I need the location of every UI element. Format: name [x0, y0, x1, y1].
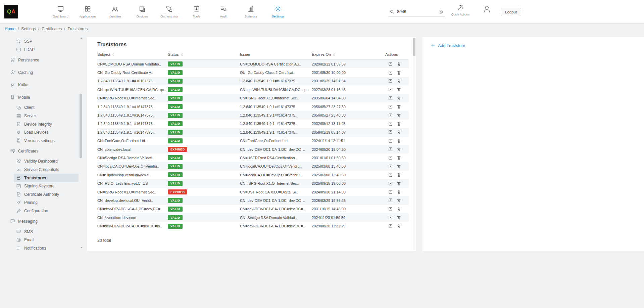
nav-item-statistics[interactable]: Statistics: [237, 0, 264, 24]
sidebar-item-versions-settings[interactable]: Versions settings: [14, 137, 79, 145]
quick-actions-button[interactable]: Quick Actions: [450, 4, 471, 16]
column-header-expires-on[interactable]: Expires On: [312, 52, 385, 56]
sidebar-item-kafka[interactable]: Kafka: [0, 79, 84, 91]
nav-item-tools[interactable]: Tools: [183, 0, 210, 24]
expires-cell: 2056/05/27 23:48:33: [312, 113, 385, 117]
view-truststore-button[interactable]: [388, 164, 393, 169]
sidebar-item-label: Load Devices: [24, 130, 49, 135]
clear-search-icon[interactable]: [438, 9, 443, 14]
add-truststore-button[interactable]: Add Truststore: [431, 43, 465, 48]
nav-item-settings[interactable]: Settings: [264, 0, 292, 24]
view-truststore-button[interactable]: [388, 104, 393, 109]
sidebar-item-pinning[interactable]: Pinning: [14, 199, 79, 207]
user-icon[interactable]: [483, 5, 491, 13]
delete-truststore-button[interactable]: [396, 61, 401, 67]
view-truststore-button[interactable]: [388, 215, 393, 220]
sidebar-item-certificate-authority[interactable]: Certificate Authority: [14, 190, 79, 199]
sidebar-item-load-devices[interactable]: Load Devices: [14, 128, 79, 137]
table-scrollbar-thumb[interactable]: [413, 38, 415, 56]
delete-truststore-button[interactable]: [396, 207, 401, 212]
delete-truststore-button[interactable]: [396, 172, 401, 177]
nav-item-dashboard[interactable]: Dashboard: [47, 0, 74, 24]
nav-item-devices[interactable]: Devices: [129, 0, 156, 24]
sidebar-item-messaging[interactable]: Messaging: [0, 215, 84, 227]
device-integrity-icon: [16, 122, 21, 127]
delete-truststore-button[interactable]: [396, 224, 401, 229]
view-truststore-button[interactable]: [388, 224, 393, 229]
search-input[interactable]: [397, 9, 436, 14]
sidebar-scrollbar[interactable]: [80, 94, 82, 158]
nav-item-identities[interactable]: Identities: [101, 0, 129, 24]
delete-truststore-button[interactable]: [396, 96, 401, 101]
delete-truststore-button[interactable]: [396, 155, 401, 160]
delete-truststore-button[interactable]: [396, 87, 401, 92]
sidebar-item-persistence[interactable]: Persistence: [0, 54, 84, 66]
sidebar-item-sms[interactable]: SMS: [14, 227, 79, 236]
nav-item-orchestrator[interactable]: Orchestrator: [156, 0, 183, 24]
delete-truststore-button[interactable]: [396, 70, 401, 75]
delete-truststore-button[interactable]: [396, 138, 401, 143]
sidebar-item-server[interactable]: Server: [14, 112, 79, 120]
sidebar-item-email[interactable]: Email: [14, 236, 79, 244]
breadcrumb-home[interactable]: Home: [5, 27, 15, 31]
sidebar-item-notifications[interactable]: Notifications: [14, 244, 79, 251]
view-truststore-button[interactable]: [388, 147, 393, 152]
sidebar-scroll-up-icon[interactable]: ▲: [79, 37, 83, 39]
app-logo[interactable]: QA: [4, 5, 18, 18]
sidebar-item-ssp[interactable]: SSP: [14, 37, 79, 46]
sidebar-item-configuration[interactable]: Configuration: [14, 207, 79, 215]
breadcrumb-certificates[interactable]: Certificates: [42, 27, 62, 31]
view-truststore-button[interactable]: [388, 207, 393, 212]
delete-truststore-button[interactable]: [396, 121, 401, 126]
view-truststore-button[interactable]: [388, 181, 393, 186]
sidebar-scroll-down-icon[interactable]: ▼: [79, 246, 83, 249]
sidebar-item-certificates[interactable]: Certificates: [0, 145, 84, 157]
logout-button[interactable]: Logout: [501, 8, 521, 16]
view-truststore-button[interactable]: [388, 172, 393, 177]
table-scrollbar-track[interactable]: [413, 38, 415, 250]
breadcrumb-settings[interactable]: Settings: [21, 27, 36, 31]
view-truststore-button[interactable]: [388, 70, 393, 75]
delete-truststore-button[interactable]: [396, 147, 401, 152]
sidebar-item-truststores[interactable]: Truststores: [14, 174, 79, 182]
delete-truststore-button[interactable]: [396, 181, 401, 186]
view-truststore-button[interactable]: [388, 138, 393, 143]
view-truststore-button[interactable]: [388, 155, 393, 160]
sidebar-item-label: Versions settings: [24, 138, 55, 143]
delete-truststore-button[interactable]: [396, 113, 401, 118]
delete-truststore-button[interactable]: [396, 198, 401, 203]
sidebar-item-client[interactable]: Client: [14, 103, 79, 112]
sidebar-item-signing-keystore[interactable]: Signing Keystore: [14, 182, 79, 190]
nav-item-audit[interactable]: Audit: [210, 0, 237, 24]
status-cell: VALID: [168, 155, 240, 160]
sidebar-item-validity-dashboard[interactable]: Validity Dashboard: [14, 157, 79, 166]
delete-truststore-button[interactable]: [396, 189, 401, 194]
delete-truststore-button[interactable]: [396, 79, 401, 84]
email-icon: [16, 237, 21, 243]
view-truststore-button[interactable]: [388, 113, 393, 118]
delete-truststore-button[interactable]: [396, 215, 401, 220]
sidebar-item-service-credentials[interactable]: Service Credentials: [14, 166, 79, 174]
nav-item-applications[interactable]: Applications: [74, 0, 101, 24]
sidebar-item-ldap[interactable]: LDAP: [14, 46, 79, 54]
delete-truststore-button[interactable]: [396, 130, 401, 135]
view-truststore-button[interactable]: [388, 61, 393, 67]
delete-truststore-button[interactable]: [396, 164, 401, 169]
sidebar-item-device-integrity[interactable]: Device Integrity: [14, 120, 79, 128]
sidebar-item-caching[interactable]: Caching: [0, 66, 84, 79]
view-truststore-button[interactable]: [388, 198, 393, 203]
view-truststore-button[interactable]: [388, 96, 393, 101]
view-truststore-button[interactable]: [388, 79, 393, 84]
view-truststore-button[interactable]: [388, 87, 393, 92]
column-header-status[interactable]: Status: [168, 52, 240, 56]
column-label: Expires On: [312, 52, 331, 56]
view-truststore-button[interactable]: [388, 130, 393, 135]
delete-truststore-button[interactable]: [396, 104, 401, 109]
subject-cell: CN=localCA,OU=DevOps,O=Veridiu..: [97, 164, 168, 168]
sidebar-item-label: Certificates: [18, 149, 38, 153]
column-header-subject[interactable]: Subject: [97, 52, 168, 56]
sidebar-item-mobile[interactable]: Mobile: [0, 91, 84, 103]
view-truststore-button[interactable]: [388, 189, 393, 194]
view-truststore-button[interactable]: [388, 121, 393, 126]
sidebar: SSPLDAPPersistenceCachingKafkaMobileClie…: [0, 34, 84, 251]
